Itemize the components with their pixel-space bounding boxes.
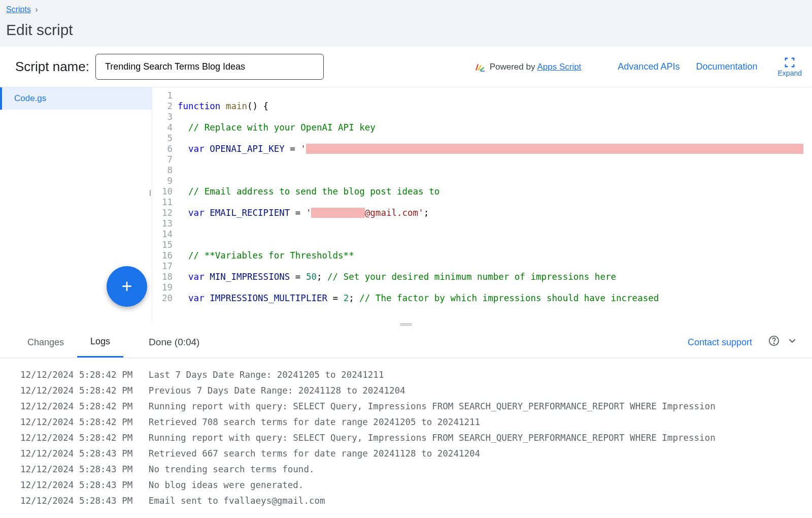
- log-line: 12/12/2024 5:28:42 PM Running report wit…: [20, 430, 792, 446]
- code-content[interactable]: function main() { // Replace with your O…: [178, 87, 812, 322]
- svg-point-1: [773, 343, 774, 343]
- toolbar: Script name: Powered by Apps Script Adva…: [0, 47, 812, 87]
- tab-changes[interactable]: Changes: [14, 328, 77, 357]
- script-name-input[interactable]: [95, 54, 324, 80]
- log-line: 12/12/2024 5:28:43 PM No blog ideas were…: [20, 477, 792, 493]
- line-gutter: 1234567891011121314151617181920: [152, 87, 178, 322]
- bottom-tabs: Changes Logs Done (0:04) Contact support: [0, 327, 812, 358]
- vertical-resize-handle[interactable]: ||: [149, 189, 150, 196]
- chevron-right-icon: ›: [33, 5, 38, 14]
- contact-support-link[interactable]: Contact support: [688, 337, 752, 348]
- page-title: Edit script: [0, 19, 812, 47]
- expand-icon: [784, 57, 795, 68]
- code-editor[interactable]: 1234567891011121314151617181920 function…: [152, 87, 812, 322]
- log-line: 12/12/2024 5:28:43 PM Email sent to fval…: [20, 493, 792, 509]
- log-line: 12/12/2024 5:28:42 PM Running report wit…: [20, 399, 792, 414]
- script-name-label: Script name:: [15, 59, 89, 75]
- file-item-code-gs[interactable]: Code.gs: [0, 87, 152, 110]
- apps-script-icon: [473, 61, 486, 73]
- log-line: 12/12/2024 5:28:43 PM No trending search…: [20, 462, 792, 477]
- log-line: 12/12/2024 5:28:42 PM Previous 7 Days Da…: [20, 383, 792, 399]
- tab-logs[interactable]: Logs: [77, 327, 123, 358]
- log-line: 12/12/2024 5:28:42 PM Last 7 Days Date R…: [20, 367, 792, 383]
- powered-by-text: Powered by: [490, 62, 535, 72]
- run-status: Done (0:04): [149, 337, 199, 348]
- help-icon[interactable]: [768, 335, 780, 349]
- breadcrumb: Scripts ›: [0, 0, 812, 19]
- advanced-apis-link[interactable]: Advanced APIs: [618, 61, 680, 72]
- horizontal-resize-handle[interactable]: ══: [0, 322, 812, 327]
- powered-by: Powered by Apps Script: [473, 61, 582, 73]
- add-file-button[interactable]: +: [107, 266, 147, 307]
- log-line: 12/12/2024 5:28:42 PM Retrieved 708 sear…: [20, 414, 792, 430]
- expand-button[interactable]: Expand: [778, 57, 802, 77]
- documentation-link[interactable]: Documentation: [696, 61, 757, 72]
- file-list: Code.gs +: [0, 87, 152, 322]
- expand-label: Expand: [778, 69, 802, 77]
- breadcrumb-root-link[interactable]: Scripts: [6, 5, 31, 14]
- editor-area: Code.gs + || 123456789101112131415161718…: [0, 87, 812, 322]
- chevron-down-icon[interactable]: [787, 335, 798, 349]
- logs-panel: 12/12/2024 5:28:42 PM Last 7 Days Date R…: [0, 358, 812, 518]
- apps-script-link[interactable]: Apps Script: [537, 62, 581, 72]
- log-line: 12/12/2024 5:28:43 PM Retrieved 667 sear…: [20, 446, 792, 462]
